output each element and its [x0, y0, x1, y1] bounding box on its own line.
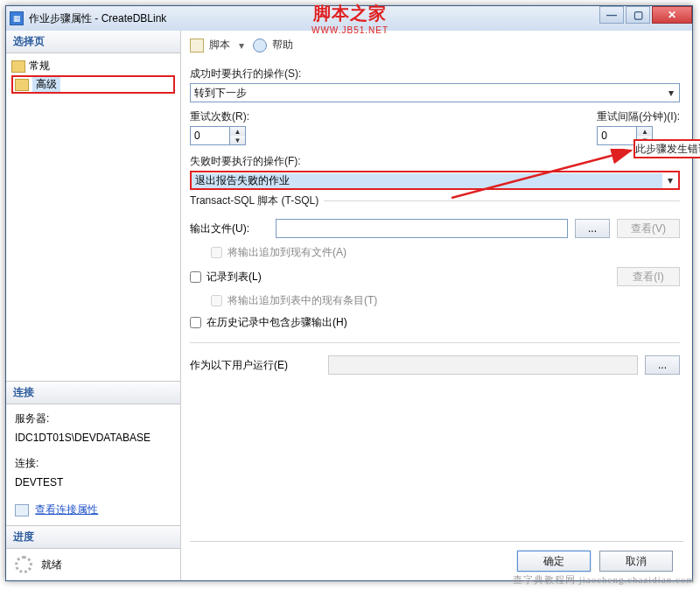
spin-up-button[interactable]: ▲: [637, 127, 652, 136]
help-icon: [253, 39, 267, 53]
connection-value: DEVTEST: [15, 474, 172, 493]
app-icon: ▦: [10, 11, 24, 25]
retry-interval-label: 重试间隔(分钟)(I):: [597, 109, 680, 124]
brand-watermark: 脚本之家 WWW.JB51.NET: [312, 2, 388, 35]
cancel-button[interactable]: 取消: [599, 551, 673, 572]
ok-button[interactable]: 确定: [517, 551, 591, 572]
browse-button[interactable]: ...: [575, 219, 610, 238]
select-page-header: 选择页: [6, 31, 180, 53]
retry-interval-input[interactable]: [597, 126, 637, 145]
append-file-label: 将输出追加到现有文件(A): [228, 245, 346, 260]
script-icon: [190, 39, 204, 53]
log-table-checkbox[interactable]: [190, 271, 201, 283]
connection-props-icon: [15, 504, 29, 516]
view-table-button: 查看(I): [617, 267, 680, 286]
page-icon: [11, 60, 25, 73]
maximize-button[interactable]: ▢: [626, 6, 650, 24]
output-file-label: 输出文件(U):: [190, 221, 269, 236]
append-table-checkbox: [211, 295, 222, 306]
close-button[interactable]: ✕: [652, 6, 692, 24]
tsql-group-label: Transact-SQL 脚本 (T-SQL): [190, 193, 324, 208]
include-history-checkbox[interactable]: [190, 317, 201, 328]
progress-header: 进度: [6, 526, 180, 549]
log-table-label: 记录到表(L): [206, 270, 262, 284]
script-button[interactable]: 脚本: [209, 38, 230, 53]
dropdown-icon[interactable]: ▾: [239, 39, 244, 52]
chevron-down-icon[interactable]: ▾: [662, 172, 678, 189]
spin-down-button[interactable]: ▼: [230, 136, 245, 144]
nav-item-advanced[interactable]: 高级: [11, 75, 175, 94]
runas-input: [328, 355, 638, 375]
page-watermark: 查字典教程网 jiaocheng.chazidian.com: [513, 573, 695, 586]
retry-count-input[interactable]: [190, 126, 230, 145]
success-action-combo[interactable]: 转到下一步 ▾: [190, 83, 680, 102]
progress-status: 就绪: [41, 558, 62, 572]
output-file-input[interactable]: [276, 219, 568, 238]
dialog-window: ▦ 作业步骤属性 - CreateDBLink — ▢ ✕ 选择页 常规 高级 …: [5, 5, 693, 581]
toolbar: 脚本 ▾ 帮助: [190, 36, 683, 58]
progress-spinner-icon: [15, 556, 32, 573]
annotation-callout: 此步骤发生错误时执行的操作: [634, 139, 700, 158]
retry-count-label: 重试次数(R):: [190, 109, 249, 124]
sidebar: 选择页 常规 高级 连接 服务器: IDC1DT01S\DEVDATABASE …: [6, 31, 181, 580]
connection-label: 连接:: [15, 454, 172, 474]
main-panel: 脚本 ▾ 帮助 成功时要执行的操作(S): 转到下一步 ▾ 重试次数(R):: [181, 31, 692, 580]
nav-item-general[interactable]: 常规: [11, 57, 175, 75]
chevron-down-icon[interactable]: ▾: [663, 84, 679, 102]
runas-label: 作为以下用户运行(E): [190, 358, 321, 373]
server-value: IDC1DT01S\DEVDATABASE: [15, 429, 172, 448]
page-icon: [15, 79, 29, 91]
spin-up-button[interactable]: ▲: [230, 127, 245, 136]
append-file-checkbox: [211, 247, 222, 258]
success-action-label: 成功时要执行的操作(S):: [190, 67, 680, 81]
fail-action-label: 失败时要执行的操作(F):: [190, 154, 680, 169]
minimize-button[interactable]: —: [599, 6, 624, 24]
help-button[interactable]: 帮助: [272, 38, 293, 53]
include-history-label: 在历史记录中包含步骤输出(H): [206, 315, 347, 330]
fail-action-combo[interactable]: 退出报告失败的作业 ▾: [190, 171, 680, 190]
runas-browse-button[interactable]: ...: [645, 355, 680, 375]
view-connection-props-link[interactable]: 查看连接属性: [35, 503, 98, 516]
append-table-label: 将输出追加到表中的现有条目(T): [228, 293, 377, 308]
connection-header: 连接: [6, 382, 180, 404]
server-label: 服务器:: [15, 410, 172, 429]
view-output-button: 查看(V): [617, 219, 680, 238]
